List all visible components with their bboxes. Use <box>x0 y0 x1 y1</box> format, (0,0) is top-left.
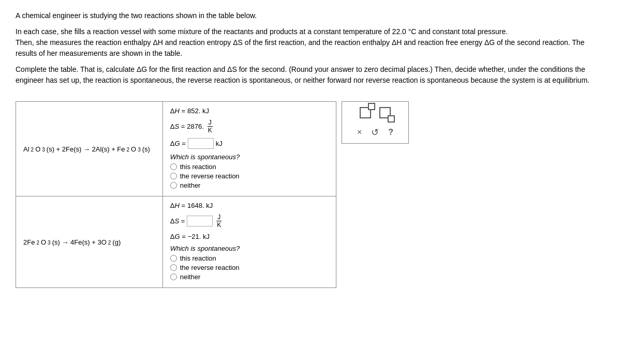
reaction2-dS-denominator: K <box>216 221 222 229</box>
reaction2-dH-label: ΔH = <box>170 202 185 209</box>
reaction1-dS-denominator: K <box>207 127 213 134</box>
action-icons-row: × ↺ ? <box>357 127 393 138</box>
reaction1-option-this[interactable]: this reaction <box>170 163 329 171</box>
reaction1-option-this-label: this reaction <box>180 163 216 171</box>
reaction1-radio-this[interactable] <box>170 163 177 170</box>
reaction2-equation-cell: 2Fe2O3(s) → 4Fe(s) + 3O2(g) <box>16 196 163 288</box>
intro-section: A chemical engineer is studying the two … <box>16 10 605 86</box>
close-icon[interactable]: × <box>357 128 362 137</box>
reaction1-radio-reverse[interactable] <box>170 173 177 179</box>
reaction1-dH-value: 852. kJ <box>187 107 209 115</box>
reaction1-option-reverse-label: the reverse reaction <box>180 172 240 180</box>
reaction2-dH-value: 1648. kJ <box>187 202 213 209</box>
superscript-icon[interactable] <box>360 107 371 118</box>
reaction2-radio-reverse[interactable] <box>170 264 177 271</box>
reaction1-data-cell: ΔH = 852. kJ ΔS = 2876. J K ΔG = kJ <box>162 102 336 196</box>
reaction2-dS-numerator: J <box>216 214 221 221</box>
reaction1-spontaneous-section: Which is spontaneous? this reaction the … <box>170 153 329 189</box>
reaction2-dG-value: −21. kJ <box>188 233 210 240</box>
reaction2-data-cell: ΔH = 1648. kJ ΔS = J K ΔG = −21. kJ <box>162 196 336 288</box>
intro-line4: Complete the table. That is, calculate Δ… <box>16 64 605 86</box>
reaction2-option-neither[interactable]: neither <box>170 273 329 281</box>
reaction2-radio-this[interactable] <box>170 255 177 262</box>
reactions-table: Al2O3(s) + 2Fe(s) → 2Al(s) + Fe2O3(s) ΔH… <box>16 101 336 288</box>
reaction2-dG-label: ΔG = <box>170 233 186 240</box>
reaction1-dH-row: ΔH = 852. kJ <box>170 107 329 115</box>
subscript-small-square <box>388 115 395 123</box>
reaction1-dS-fraction: J K <box>207 119 213 134</box>
reaction1-dG-unit: kJ <box>216 140 223 147</box>
reaction2-dS-fraction: J K <box>216 214 222 229</box>
reaction1-dG-row: ΔG = kJ <box>170 138 329 149</box>
reaction2-option-reverse-label: the reverse reaction <box>180 264 240 271</box>
help-icon[interactable]: ? <box>388 128 393 137</box>
reaction1-dG-input[interactable] <box>188 138 214 149</box>
right-panel: × ↺ ? <box>342 101 409 144</box>
reaction1-dS-row: ΔS = 2876. J K <box>170 119 329 134</box>
reaction1-option-neither[interactable]: neither <box>170 181 329 189</box>
reaction1-dS-value: 2876. <box>187 123 204 130</box>
intro-line1: A chemical engineer is studying the two … <box>16 10 605 21</box>
reaction2-dS-input[interactable] <box>187 216 213 226</box>
reaction1-spontaneous-label: Which is spontaneous? <box>170 153 329 161</box>
format-icons-row <box>360 107 391 118</box>
reaction2-equation: 2Fe2O3(s) → 4Fe(s) + 3O2(g) <box>23 238 155 246</box>
reaction1-option-neither-label: neither <box>180 181 201 189</box>
reaction2-option-this[interactable]: this reaction <box>170 254 329 262</box>
reaction2-row: 2Fe2O3(s) → 4Fe(s) + 3O2(g) ΔH = 1648. k… <box>16 196 336 288</box>
reaction2-spontaneous-label: Which is spontaneous? <box>170 245 329 252</box>
intro-line2: In each case, she fills a reaction vesse… <box>16 26 605 59</box>
reaction2-dS-row: ΔS = J K <box>170 214 329 229</box>
reaction1-row: Al2O3(s) + 2Fe(s) → 2Al(s) + Fe2O3(s) ΔH… <box>16 102 336 196</box>
reaction2-dS-label: ΔS = <box>170 217 185 225</box>
reaction2-dH-row: ΔH = 1648. kJ <box>170 202 329 209</box>
main-content: Al2O3(s) + 2Fe(s) → 2Al(s) + Fe2O3(s) ΔH… <box>16 101 605 288</box>
superscript-small-square <box>368 103 375 110</box>
reaction2-option-this-label: this reaction <box>180 254 216 262</box>
reaction1-dS-numerator: J <box>208 119 213 127</box>
undo-icon[interactable]: ↺ <box>371 127 379 138</box>
reaction1-option-reverse[interactable]: the reverse reaction <box>170 172 329 180</box>
reaction2-option-neither-label: neither <box>180 273 201 281</box>
reaction2-dG-row: ΔG = −21. kJ <box>170 233 329 240</box>
reaction2-spontaneous-section: Which is spontaneous? this reaction the … <box>170 245 329 281</box>
reaction1-equation-cell: Al2O3(s) + 2Fe(s) → 2Al(s) + Fe2O3(s) <box>16 102 163 196</box>
reaction1-dG-label: ΔG = <box>170 140 186 147</box>
reaction1-equation: Al2O3(s) + 2Fe(s) → 2Al(s) + Fe2O3(s) <box>23 145 155 153</box>
reaction2-radio-neither[interactable] <box>170 274 177 280</box>
reaction1-dS-label: ΔS = <box>170 123 185 130</box>
subscript-icon[interactable] <box>379 107 391 118</box>
reaction1-radio-neither[interactable] <box>170 182 177 189</box>
reaction1-dH-label: ΔH = <box>170 107 185 115</box>
reaction2-option-reverse[interactable]: the reverse reaction <box>170 264 329 271</box>
